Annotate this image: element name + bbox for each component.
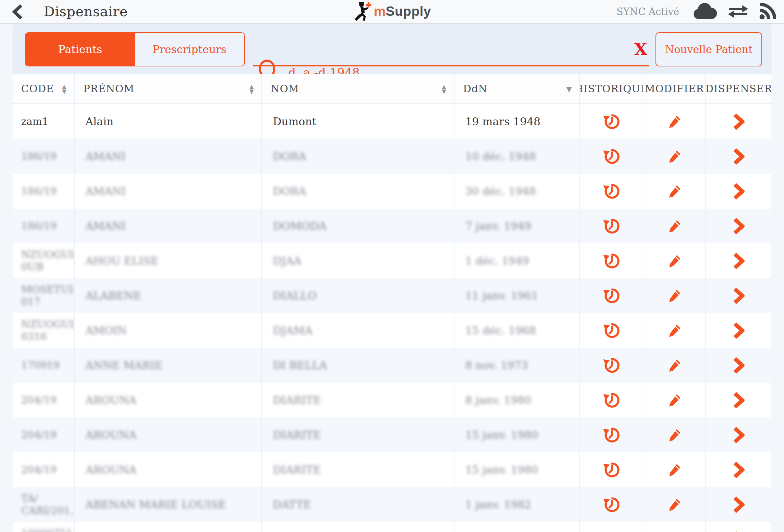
tab-patients[interactable]: Patients xyxy=(25,33,135,66)
edit-button[interactable] xyxy=(662,179,687,204)
edit-button[interactable] xyxy=(662,283,687,308)
history-button[interactable] xyxy=(599,214,624,239)
dispense-button[interactable] xyxy=(726,283,751,308)
edit-button[interactable] xyxy=(662,318,687,343)
column-header-prenom[interactable]: PRÉNOM▲▼ xyxy=(75,74,262,103)
cell-ddn: 15 janv. 1980 xyxy=(454,417,580,452)
history-button[interactable] xyxy=(599,353,624,378)
history-button[interactable] xyxy=(599,144,624,169)
cell-value: ANNE MARIE xyxy=(85,359,162,372)
cell-prenom: AROUNA xyxy=(75,417,262,452)
edit-button[interactable] xyxy=(662,214,687,239)
history-icon xyxy=(602,461,620,479)
back-button[interactable] xyxy=(9,4,26,20)
chevron-right-icon xyxy=(733,148,745,165)
edit-button[interactable] xyxy=(662,248,687,274)
new-patient-label: Nouvelle Patient xyxy=(665,43,753,56)
history-button[interactable] xyxy=(599,318,624,343)
edit-button[interactable] xyxy=(662,457,687,482)
column-header-nom[interactable]: NOM▲▼ xyxy=(262,74,454,103)
dispense-button[interactable] xyxy=(726,527,751,532)
cell-nom: DJAMA xyxy=(262,313,454,348)
history-button[interactable] xyxy=(599,388,624,413)
chevron-right-icon xyxy=(733,357,745,374)
edit-button[interactable] xyxy=(662,492,687,517)
cell-value: DJAA xyxy=(273,255,301,267)
cell-history-action xyxy=(580,487,643,522)
dispense-button[interactable] xyxy=(726,353,751,378)
edit-pencil-icon xyxy=(667,392,682,408)
edit-button[interactable] xyxy=(662,353,687,378)
history-button[interactable] xyxy=(599,283,624,308)
dispense-button[interactable] xyxy=(726,388,751,413)
top-bar: Dispensaire mSupply SYNC Activé xyxy=(0,0,784,24)
history-button[interactable] xyxy=(599,423,624,448)
history-icon xyxy=(602,182,620,200)
dispense-button[interactable] xyxy=(726,457,751,482)
history-button[interactable] xyxy=(599,179,624,204)
dispense-button[interactable] xyxy=(726,423,751,448)
table-row: zam1AlainDumont19 mars 1948 xyxy=(13,104,771,139)
cell-history-action xyxy=(580,209,643,243)
cell-edit-pencil-action xyxy=(643,313,706,348)
edit-button[interactable] xyxy=(662,388,687,413)
edit-button[interactable] xyxy=(662,109,687,134)
cell-chevron-right-action xyxy=(706,417,771,452)
cell-prenom: Alain xyxy=(75,104,262,139)
edit-button[interactable] xyxy=(662,144,687,169)
clear-search-button[interactable]: X xyxy=(631,31,651,67)
table-row: 204/19AROUNADIARITE8 janv. 1980 xyxy=(13,383,771,417)
new-patient-button[interactable]: Nouvelle Patient xyxy=(655,32,762,66)
dispense-button[interactable] xyxy=(726,179,751,204)
cell-value: AMANI xyxy=(85,220,126,232)
column-header-code[interactable]: CODE▲▼ xyxy=(13,74,75,103)
edit-pencil-icon xyxy=(667,114,682,130)
cell-value: 186/19 xyxy=(21,185,57,197)
cell-value: AROUNA xyxy=(85,463,136,476)
table-row: NZUOGUI- 0UBAHOU ELISEDJAA1 déc. 1949 xyxy=(13,243,771,278)
cell-value: ABENAN MARIE LOUISE xyxy=(85,498,226,511)
cell-code: 10000751- 0001 xyxy=(13,522,75,532)
logo-text: mSupply xyxy=(374,4,431,19)
edit-button[interactable] xyxy=(662,423,687,448)
tab-prescripteurs[interactable]: Prescripteurs xyxy=(135,33,244,66)
cell-value: DIARITE xyxy=(273,463,321,476)
cell-ddn: 8 nov. 1973 xyxy=(454,348,580,383)
cell-value: MOSETUI- 017 xyxy=(21,284,75,308)
edit-pencil-icon xyxy=(667,497,682,513)
dispense-button[interactable] xyxy=(726,144,751,169)
cell-chevron-right-action xyxy=(706,209,771,243)
cell-value: 204/19 xyxy=(21,429,57,441)
cell-edit-pencil-action xyxy=(643,487,706,522)
cell-value: 186/19 xyxy=(21,150,57,163)
dispense-button[interactable] xyxy=(726,318,751,343)
history-icon xyxy=(602,252,620,270)
cell-history-action xyxy=(580,522,643,532)
cell-history-action xyxy=(580,243,643,278)
cell-value: 7 janv. 1949 xyxy=(465,220,531,232)
cell-value: 8 janv. 1980 xyxy=(465,394,531,406)
cell-nom: DIARITE xyxy=(262,383,454,417)
table-row: 204/19AROUNADIARITE15 janv. 1980 xyxy=(13,452,771,487)
cell-code: 204/19 xyxy=(13,452,75,487)
column-header-ddn[interactable]: DdN▼ xyxy=(454,74,580,103)
sort-arrows-icon: ▲▼ xyxy=(62,84,67,94)
chevron-right-icon xyxy=(733,496,745,513)
history-button[interactable] xyxy=(599,457,624,482)
column-label: NOM xyxy=(271,83,299,95)
history-button[interactable] xyxy=(599,527,624,532)
history-button[interactable] xyxy=(599,109,624,134)
dispense-button[interactable] xyxy=(726,248,751,274)
edit-button[interactable] xyxy=(662,527,687,532)
cell-code: 186/19 xyxy=(13,174,75,209)
dispense-button[interactable] xyxy=(726,214,751,239)
content-card: PatientsPrescripteurs X Nouvelle Patient… xyxy=(13,24,771,532)
dispense-button[interactable] xyxy=(726,492,751,517)
dispense-button[interactable] xyxy=(726,109,751,134)
page-title: Dispensaire xyxy=(44,0,128,23)
cell-nom: DIARITE xyxy=(262,417,454,452)
history-button[interactable] xyxy=(599,492,624,517)
history-button[interactable] xyxy=(599,248,624,274)
cell-history-action xyxy=(580,452,643,487)
cell-nom xyxy=(262,522,454,532)
